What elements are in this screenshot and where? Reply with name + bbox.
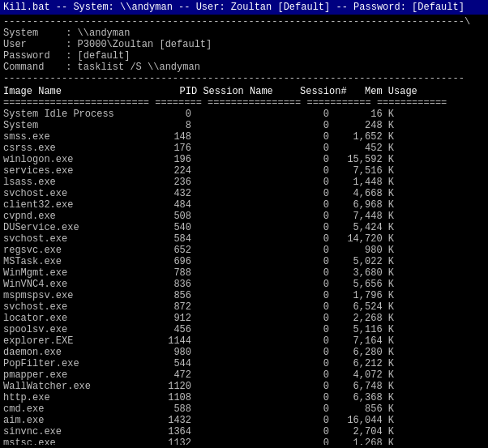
cell-session-num: 0 [280,415,329,426]
cell-pid: 484 [143,199,191,211]
cell-session-num: 0 [280,177,329,188]
table-row: spoolsv.exe45605,116 K [3,324,485,335]
table-row: regsvc.exe6520980 K [3,245,485,256]
cell-mem-usage: 5,424 K [329,222,394,233]
table-divider: ========================= ======== =====… [3,97,485,109]
cell-mem-usage: 1,652 K [329,131,394,143]
cell-session-num: 0 [280,165,329,177]
cell-pid: 1132 [143,437,191,445]
cell-pid: 980 [143,347,191,358]
cell-mem-usage: 4,072 K [329,369,394,381]
cell-pid: 0 [143,109,191,120]
cell-process-name: winlogon.exe [3,154,143,165]
cell-pid: 872 [143,301,191,313]
table-row: aim.exe1432016,044 K [3,415,485,426]
cell-mem-usage: 6,368 K [329,392,394,403]
info-password: Password : [default] [3,50,485,62]
cell-process-name: regsvc.exe [3,245,143,256]
cell-session-num: 0 [280,324,329,335]
cell-session-num: 0 [280,381,329,392]
cell-mem-usage: 5,116 K [329,324,394,335]
cell-pid: 176 [143,143,191,154]
header-name: Image Name [3,86,143,97]
cell-process-name: explorer.EXE [3,335,143,347]
cell-mem-usage: 980 K [329,245,394,256]
cell-process-name: System [3,120,143,131]
cell-process-name: http.exe [3,392,143,403]
table-row: cvpnd.exe50807,448 K [3,211,485,222]
cell-session-num: 0 [280,131,329,143]
cell-session-num: 0 [280,199,329,211]
header-pid: PID [148,86,197,97]
table-header: Image Name PID Session Name Session# Mem… [3,86,485,97]
cell-pid: 1364 [143,426,191,437]
table-row: WinMgmt.exe78803,680 K [3,267,485,279]
cell-pid: 1144 [143,335,191,347]
system-value: \\andyman [78,28,131,39]
cell-session-num: 0 [280,143,329,154]
cell-mem-usage: 6,212 K [329,358,394,369]
cell-process-name: MSTask.exe [3,256,143,267]
cell-process-name: lsass.exe [3,177,143,188]
cell-mem-usage: 4,668 K [329,188,394,199]
table-row: locator.exe91202,268 K [3,313,485,324]
cell-session-num: 0 [280,211,329,222]
cell-process-name: csrss.exe [3,143,143,154]
cell-session-num: 0 [280,267,329,279]
cell-session-num: 0 [280,256,329,267]
table-row: svchost.exe43204,668 K [3,188,485,199]
cell-pid: 1108 [143,392,191,403]
cell-process-name: cvpnd.exe [3,211,143,222]
cell-pid: 856 [143,290,191,301]
table-row: PopFilter.exe54406,212 K [3,358,485,369]
cell-pid: 148 [143,131,191,143]
table-row: MSTask.exe69605,022 K [3,256,485,267]
cell-pid: 224 [143,165,191,177]
header-mem: Mem Usage [353,86,417,97]
info-command: Command : tasklist /S \\andyman [3,62,485,73]
cell-process-name: mstsc.exe [3,437,143,445]
cell-process-name: mspmspsv.exe [3,290,143,301]
cell-session-num: 0 [280,279,329,290]
cell-pid: 456 [143,324,191,335]
cell-process-name: cmd.exe [3,403,143,415]
table-row: mspmspsv.exe85601,796 K [3,290,485,301]
cell-mem-usage: 5,022 K [329,256,394,267]
table-row: daemon.exe98006,280 K [3,347,485,358]
cell-process-name: client32.exe [3,199,143,211]
table-row: lsass.exe23601,448 K [3,177,485,188]
cell-process-name: locator.exe [3,313,143,324]
cell-mem-usage: 1,796 K [329,290,394,301]
info-system: System : \\andyman [3,28,485,39]
cell-process-name: spoolsv.exe [3,324,143,335]
password-value: [default] [78,50,131,62]
info-user: User : P3000\Zoultan [default] [3,39,485,50]
cell-mem-usage: 16,044 K [329,415,394,426]
user-value: P3000\Zoultan [default] [78,39,212,50]
cell-pid: 1120 [143,381,191,392]
system-colon: : [66,28,77,39]
table-row: WallWatcher.exe112006,748 K [3,381,485,392]
cell-process-name: daemon.exe [3,347,143,358]
cell-pid: 540 [143,222,191,233]
table-row: System Idle Process0016 K [3,109,485,120]
cell-session-num: 0 [280,392,329,403]
separator-bottom: ----------------------------------------… [3,73,485,84]
cell-pid: 196 [143,154,191,165]
cell-process-name: WinMgmt.exe [3,267,143,279]
table-row: client32.exe48406,968 K [3,199,485,211]
table-row: explorer.EXE114407,164 K [3,335,485,347]
cell-pid: 544 [143,358,191,369]
cell-session-num: 0 [280,222,329,233]
cell-mem-usage: 2,268 K [329,313,394,324]
cell-pid: 8 [143,120,191,131]
table-row: svchost.exe87206,524 K [3,301,485,313]
cell-pid: 836 [143,279,191,290]
cell-session-num: 0 [280,403,329,415]
table-row: services.exe22407,516 K [3,165,485,177]
cell-mem-usage: 7,448 K [329,211,394,222]
header-session-num: Session# [298,86,347,97]
cell-process-name: aim.exe [3,415,143,426]
cell-mem-usage: 7,164 K [329,335,394,347]
cell-session-num: 0 [280,335,329,347]
